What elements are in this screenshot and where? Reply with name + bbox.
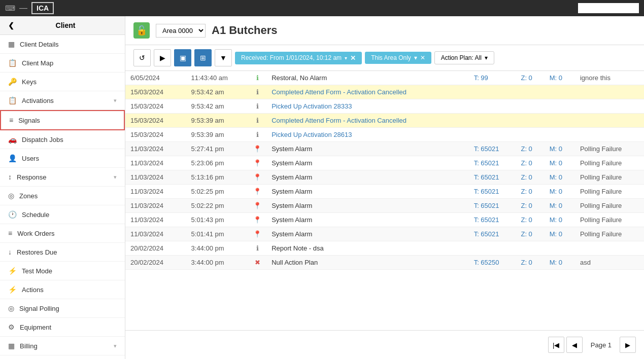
table-row[interactable]: 6/05/2024 11:43:40 am ℹ Restoral, No Ala… <box>125 71 644 85</box>
date-filter-chevron: ▾ <box>345 55 347 61</box>
table-row[interactable]: 11/03/2024 5:27:41 pm 📍 System Alarm T: … <box>125 142 644 156</box>
sidebar-item-grouping[interactable]: 🏷 Grouping <box>0 355 125 359</box>
sidebar-item-signal-polling[interactable]: ◎ Signal Polling <box>0 299 125 318</box>
date-filter-close[interactable]: ✕ <box>350 54 356 62</box>
date-filter-badge[interactable]: Received: From 1/01/2024, 10:12 am ▾ ✕ <box>235 52 362 64</box>
sidebar-item-label: Signals <box>18 117 116 124</box>
area-filter-close[interactable]: ✕ <box>420 54 425 61</box>
table-row[interactable]: 11/03/2024 5:23:06 pm 📍 System Alarm T: … <box>125 156 644 170</box>
sidebar-item-keys[interactable]: 🔑 Keys <box>0 73 125 91</box>
grid-single-button[interactable]: ▣ <box>174 49 191 66</box>
keyboard-icon: ⌨ <box>5 4 15 12</box>
table-row[interactable]: 11/03/2024 5:13:16 pm 📍 System Alarm T: … <box>125 170 644 185</box>
refresh-button[interactable]: ↺ <box>133 49 151 66</box>
area-filter-chevron: ▾ <box>414 54 417 61</box>
area-dropdown[interactable]: Area 0000 Area 0001 <box>156 24 206 38</box>
table-row[interactable]: 20/02/2024 3:44:00 pm ℹ Report Note - ds… <box>125 241 644 256</box>
row-t: T: 65021 <box>469 142 516 156</box>
table-row[interactable]: 11/03/2024 5:01:43 pm 📍 System Alarm T: … <box>125 213 644 227</box>
schedule-icon: 🕐 <box>8 210 17 219</box>
row-description: Report Note - dsa <box>266 241 469 256</box>
row-note <box>575 128 644 142</box>
row-m: M: 0 <box>545 156 575 170</box>
sidebar-item-signals[interactable]: ≡ Signals <box>0 110 125 130</box>
sidebar-item-label: Response <box>17 173 109 181</box>
row-icon: ℹ <box>248 241 266 256</box>
play-button[interactable]: ▶ <box>154 49 171 66</box>
row-t: T: 99 <box>469 71 516 85</box>
row-note <box>575 241 644 256</box>
table-row[interactable]: 15/03/2024 9:53:39 am ℹ Picked Up Activa… <box>125 128 644 142</box>
grid-multi-button[interactable]: ⊞ <box>194 49 212 66</box>
row-note: Polling Failure <box>575 227 644 241</box>
row-date: 6/05/2024 <box>125 71 186 85</box>
minimize-button[interactable]: — <box>19 4 27 13</box>
main-layout: ❮ Client ▦ Client Details 📋 Client Map 🔑… <box>0 16 644 359</box>
back-arrow[interactable]: ❮ <box>8 21 14 29</box>
prev-page-button[interactable]: ◀ <box>566 337 583 353</box>
row-icon: ✖ <box>248 256 266 270</box>
sidebar-item-label: Zones <box>19 192 117 200</box>
table-row[interactable]: 15/03/2024 9:53:42 am ℹ Completed Attend… <box>125 85 644 99</box>
row-date: 11/03/2024 <box>125 199 186 213</box>
sidebar-item-restores-due[interactable]: ↓ Restores Due <box>0 243 125 262</box>
sidebar-item-response[interactable]: ↕ Response ▾ <box>0 168 125 187</box>
sidebar-item-label: Billing <box>20 342 109 350</box>
row-t <box>469 128 516 142</box>
table-row[interactable]: 15/03/2024 9:53:42 am ℹ Picked Up Activa… <box>125 99 644 114</box>
table-row[interactable]: 11/03/2024 5:01:41 pm 📍 System Alarm T: … <box>125 227 644 241</box>
row-note: Polling Failure <box>575 199 644 213</box>
row-note: ignore this <box>575 71 644 85</box>
sidebar-item-actions[interactable]: ⚡ Actions <box>0 280 125 299</box>
sidebar-item-label: Client Details <box>20 41 117 48</box>
page-title: A1 Butchers <box>212 24 278 37</box>
action-plan-label: Action Plan: All <box>441 54 482 61</box>
table-row[interactable]: 11/03/2024 5:02:22 pm 📍 System Alarm T: … <box>125 199 644 213</box>
row-time: 9:53:42 am <box>186 99 249 114</box>
row-date: 11/03/2024 <box>125 213 186 227</box>
row-note: Polling Failure <box>575 213 644 227</box>
row-m: M: 0 <box>545 142 575 156</box>
sidebar-item-label: Schedule <box>22 211 117 219</box>
sidebar-item-activations[interactable]: 📋 Activations ▾ <box>0 91 125 110</box>
row-date: 15/03/2024 <box>125 114 186 128</box>
row-m <box>545 85 575 99</box>
row-z: Z: 0 <box>516 185 544 199</box>
sidebar-item-users[interactable]: 👤 Users <box>0 149 125 168</box>
row-m: M: 0 <box>545 227 575 241</box>
action-plan-filter[interactable]: Action Plan: All ▾ <box>434 51 494 64</box>
row-time: 5:23:06 pm <box>186 156 249 170</box>
area-filter-badge[interactable]: This Area Only ▾ ✕ <box>365 52 431 64</box>
table-row[interactable]: 15/03/2024 9:53:39 am ℹ Completed Attend… <box>125 114 644 128</box>
sidebar-item-equipment[interactable]: ⚙ Equipment <box>0 318 125 337</box>
sidebar-item-client-details[interactable]: ▦ Client Details <box>0 35 125 54</box>
top-search-input[interactable] <box>578 3 639 13</box>
restores-icon: ↓ <box>8 248 12 256</box>
row-date: 15/03/2024 <box>125 128 186 142</box>
next-page-button[interactable]: ▶ <box>620 337 636 353</box>
signal-polling-icon: ◎ <box>8 304 14 312</box>
row-description: Restoral, No Alarm <box>266 71 469 85</box>
table-row[interactable]: 20/02/2024 3:44:00 pm ✖ Null Action Plan… <box>125 256 644 270</box>
sidebar-title: Client <box>56 21 76 29</box>
row-m <box>545 241 575 256</box>
table-row[interactable]: 11/03/2024 5:02:25 pm 📍 System Alarm T: … <box>125 185 644 199</box>
sidebar-item-test-mode[interactable]: ⚡ Test Mode <box>0 262 125 280</box>
row-description: System Alarm <box>266 156 469 170</box>
sidebar-item-work-orders[interactable]: ≡ Work Orders <box>0 224 125 243</box>
client-details-icon: ▦ <box>8 40 15 48</box>
row-date: 15/03/2024 <box>125 85 186 99</box>
sidebar-item-billing[interactable]: ▦ Billing ▾ <box>0 337 125 355</box>
row-date: 11/03/2024 <box>125 185 186 199</box>
row-note: Polling Failure <box>575 185 644 199</box>
sidebar-item-zones[interactable]: ◎ Zones <box>0 187 125 205</box>
row-date: 11/03/2024 <box>125 142 186 156</box>
zones-icon: ◎ <box>8 192 14 200</box>
sidebar-item-client-map[interactable]: 📋 Client Map <box>0 54 125 73</box>
filter-button[interactable]: ▼ <box>215 49 232 66</box>
pagination: |◀ ◀ Page 1 ▶ <box>125 330 644 359</box>
sidebar-item-dispatch-jobs[interactable]: 🚗 Dispatch Jobs <box>0 130 125 149</box>
sidebar-item-schedule[interactable]: 🕐 Schedule <box>0 205 125 224</box>
row-note <box>575 99 644 114</box>
first-page-button[interactable]: |◀ <box>548 337 564 353</box>
